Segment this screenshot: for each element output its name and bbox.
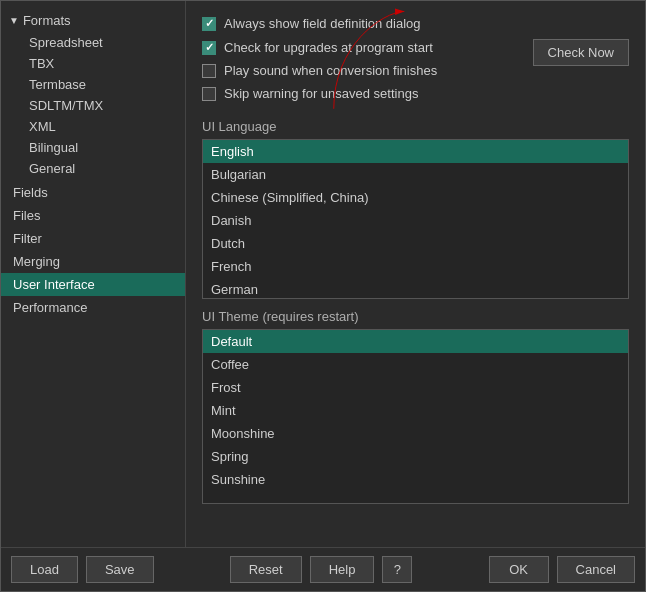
- language-listbox-wrapper: English Bulgarian Chinese (Simplified, C…: [202, 139, 629, 299]
- checkbox-check-upgrades[interactable]: Check for upgrades at program start: [202, 40, 433, 55]
- sidebar: ▼ Formats Spreadsheet TBX Termbase SDLTM…: [1, 1, 186, 547]
- sidebar-files-label: Files: [13, 208, 40, 223]
- question-button[interactable]: ?: [382, 556, 412, 583]
- sidebar-item-termbase[interactable]: Termbase: [21, 74, 185, 95]
- cb-skip-warning-box[interactable]: [202, 87, 216, 101]
- cb-check-upgrades-box[interactable]: [202, 41, 216, 55]
- cb-play-sound-box[interactable]: [202, 64, 216, 78]
- sidebar-item-sdltm[interactable]: SDLTM/TMX: [21, 95, 185, 116]
- theme-item-frost[interactable]: Frost: [203, 376, 628, 399]
- cb-play-sound-label: Play sound when conversion finishes: [224, 63, 437, 78]
- save-button[interactable]: Save: [86, 556, 154, 583]
- footer-center: Reset Help ?: [230, 556, 413, 583]
- sidebar-item-spreadsheet[interactable]: Spreadsheet: [21, 32, 185, 53]
- right-panel: Always show field definition dialog Chec…: [186, 1, 645, 547]
- sidebar-item-files[interactable]: Files: [1, 204, 185, 227]
- sidebar-bilingual-label: Bilingual: [29, 140, 78, 155]
- language-item-german[interactable]: German: [203, 278, 628, 299]
- language-listbox[interactable]: English Bulgarian Chinese (Simplified, C…: [202, 139, 629, 299]
- sidebar-item-formats[interactable]: ▼ Formats: [1, 9, 185, 32]
- sidebar-item-user-interface[interactable]: User Interface: [1, 273, 185, 296]
- theme-item-sunshine[interactable]: Sunshine: [203, 468, 628, 491]
- language-item-danish[interactable]: Danish: [203, 209, 628, 232]
- language-item-bulgarian[interactable]: Bulgarian: [203, 163, 628, 186]
- cb-skip-warning-label: Skip warning for unsaved settings: [224, 86, 418, 101]
- ui-theme-section-label: UI Theme (requires restart): [202, 309, 629, 324]
- theme-listbox-wrapper: Default Coffee Frost Mint Moonshine: [202, 329, 629, 504]
- cb-check-upgrades-label: Check for upgrades at program start: [224, 40, 433, 55]
- sidebar-filter-label: Filter: [13, 231, 42, 246]
- sidebar-xml-label: XML: [29, 119, 56, 134]
- sidebar-formats-children: Spreadsheet TBX Termbase SDLTM/TMX XML: [1, 32, 185, 179]
- sidebar-general-label: General: [29, 161, 75, 176]
- cancel-button[interactable]: Cancel: [557, 556, 635, 583]
- sidebar-ui-label: User Interface: [13, 277, 95, 292]
- expand-arrow-icon: ▼: [9, 15, 19, 26]
- sidebar-item-merging[interactable]: Merging: [1, 250, 185, 273]
- sidebar-item-performance[interactable]: Performance: [1, 296, 185, 319]
- checkbox-skip-warning[interactable]: Skip warning for unsaved settings: [202, 86, 418, 101]
- checkbox-play-sound[interactable]: Play sound when conversion finishes: [202, 63, 437, 78]
- theme-item-spring[interactable]: Spring: [203, 445, 628, 468]
- sidebar-item-bilingual[interactable]: Bilingual: [21, 137, 185, 158]
- sidebar-item-general[interactable]: General: [21, 158, 185, 179]
- language-item-chinese[interactable]: Chinese (Simplified, China): [203, 186, 628, 209]
- sidebar-termbase-label: Termbase: [29, 77, 86, 92]
- theme-item-coffee[interactable]: Coffee: [203, 353, 628, 376]
- cb-always-show-label: Always show field definition dialog: [224, 16, 421, 31]
- checkbox-always-show[interactable]: Always show field definition dialog: [202, 16, 421, 31]
- load-button[interactable]: Load: [11, 556, 78, 583]
- sidebar-tbx-label: TBX: [29, 56, 54, 71]
- cb-always-show-box[interactable]: [202, 17, 216, 31]
- sidebar-sdltm-label: SDLTM/TMX: [29, 98, 103, 113]
- footer-left: Load Save: [11, 556, 154, 583]
- sidebar-item-filter[interactable]: Filter: [1, 227, 185, 250]
- sidebar-merging-label: Merging: [13, 254, 60, 269]
- check-now-button[interactable]: Check Now: [533, 39, 629, 66]
- footer-right: OK Cancel: [489, 556, 635, 583]
- help-button[interactable]: Help: [310, 556, 375, 583]
- main-content: ▼ Formats Spreadsheet TBX Termbase SDLTM…: [1, 1, 645, 547]
- sidebar-performance-label: Performance: [13, 300, 87, 315]
- language-item-english[interactable]: English: [203, 140, 628, 163]
- theme-item-default[interactable]: Default: [203, 330, 628, 353]
- reset-button[interactable]: Reset: [230, 556, 302, 583]
- dialog: ▼ Formats Spreadsheet TBX Termbase SDLTM…: [0, 0, 646, 592]
- theme-listbox[interactable]: Default Coffee Frost Mint Moonshine: [202, 329, 629, 504]
- sidebar-group-formats: ▼ Formats Spreadsheet TBX Termbase SDLTM…: [1, 9, 185, 179]
- sidebar-fields-label: Fields: [13, 185, 48, 200]
- sidebar-item-tbx[interactable]: TBX: [21, 53, 185, 74]
- ui-language-section-label: UI Language: [202, 119, 629, 134]
- theme-item-moonshine[interactable]: Moonshine: [203, 422, 628, 445]
- language-item-french[interactable]: French: [203, 255, 628, 278]
- language-item-dutch[interactable]: Dutch: [203, 232, 628, 255]
- ok-button[interactable]: OK: [489, 556, 549, 583]
- footer: Load Save Reset Help ? OK Cancel: [1, 547, 645, 591]
- sidebar-formats-label: Formats: [23, 13, 71, 28]
- sidebar-item-fields[interactable]: Fields: [1, 181, 185, 204]
- sidebar-spreadsheet-label: Spreadsheet: [29, 35, 103, 50]
- theme-item-mint[interactable]: Mint: [203, 399, 628, 422]
- sidebar-item-xml[interactable]: XML: [21, 116, 185, 137]
